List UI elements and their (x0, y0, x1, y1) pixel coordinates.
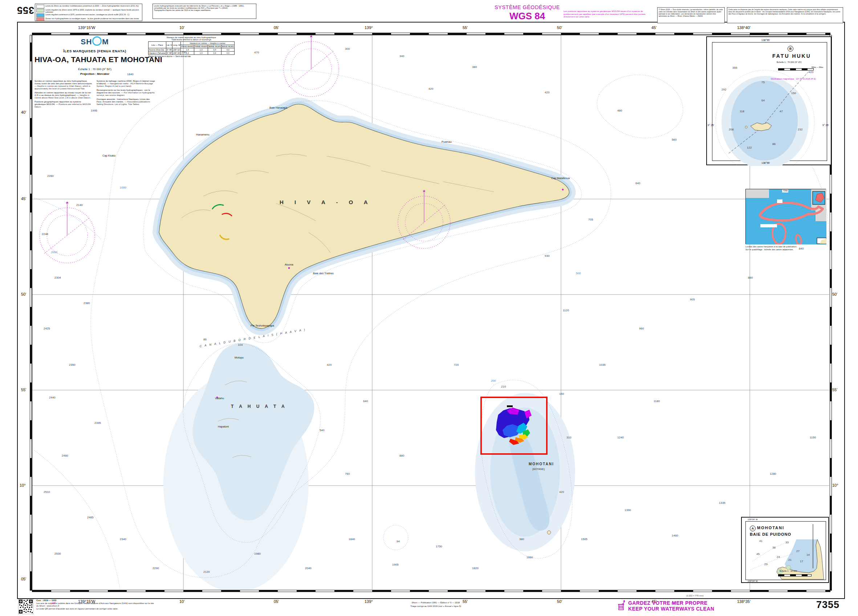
inset-sounding: 232 (798, 128, 802, 131)
graduation-left (30, 35, 32, 591)
locator-caption-line: Limites des cartes françaises à la date … (745, 246, 829, 249)
chart-region: ÎLES MARQUISES (FENUA ENATA) (34, 49, 155, 53)
island-label-mohotani: MOHOTANI (528, 462, 554, 466)
legend-text: Levés du Shom au sondeur multifaisceaux … (45, 5, 139, 7)
tide-caption-en: Tidal levels referred to datum of soundi… (148, 39, 235, 41)
place-name: Cap Matafenua (551, 177, 570, 180)
inset-fatu-lat-left: 9° 25' (708, 123, 714, 127)
inset-sounding: 21 (788, 558, 791, 562)
depth-contour-label: 200 (491, 379, 496, 383)
graduation-bottom (32, 590, 830, 592)
sounding: 2440 (49, 396, 56, 399)
tide-place: Atuona (Hiva-Oa) (149, 48, 166, 51)
correction-line: Corr. : 2019 — 1222 (36, 599, 156, 602)
tide-lat: 9° 58' (166, 51, 173, 55)
sounding: 705 (588, 218, 593, 221)
chart-scale: Échelle 1 : 70 000 (9° 50') (34, 68, 155, 71)
legend-swatch (36, 9, 44, 12)
sounding: 1750 (436, 545, 442, 548)
sounding: 2290 (152, 566, 159, 570)
tide-col-lat: Lat. S (166, 42, 173, 48)
locator-caption-line: Sur le quadrillage : échelle des cartes … (745, 249, 829, 251)
correction-note-block: Corr. : 2019 — 1222 Les avis de correcti… (36, 599, 156, 610)
place-name: Cap Kiukiu (103, 154, 115, 157)
sounding: 1240 (617, 436, 624, 439)
lat-label: 40' (21, 110, 26, 114)
inset-fatu-art (707, 37, 832, 166)
inset-mohotani-title: MOHOTANI (757, 526, 784, 530)
sounding: 560 (672, 138, 676, 141)
tide-value: 0,3 (221, 48, 235, 51)
sounding: 1905 (392, 563, 399, 566)
inset-locator-caption: Limites des cartes françaises à la date … (745, 246, 829, 251)
sounding: 930 (545, 254, 549, 258)
inset-fatu-title: FATU HUKU (772, 53, 811, 59)
sounding: 1980 (254, 552, 261, 555)
geodetic-datum-block: SYSTÈME GÉODÉSIQUE WGS 84 (494, 5, 560, 22)
inset-sounding: 150 (791, 92, 796, 95)
sounding: 2530 (54, 552, 61, 555)
tide-value: 0,4 (208, 48, 221, 51)
copyright-box: © Shom 2018 — Tous droits réservés. La r… (657, 7, 725, 23)
inset-mohotani-subtitle: BAIE DE PUIDONO (750, 532, 791, 537)
note-en: Depths in metres are reduced to Chart Da… (34, 85, 90, 90)
tide-value: 1,3 (194, 48, 208, 51)
survey-extent-red-box (480, 397, 547, 455)
tide-col: BMME MLWN (208, 45, 221, 48)
lon-label: 05' (274, 599, 279, 604)
inset-mohotani-bay: A MOHOTANI BAIE DE PUIDONO Échelle 1 : 1… (741, 517, 829, 583)
sounding: 905 (690, 298, 695, 301)
sounding: 720 (454, 363, 459, 367)
tide-row: Atuona (Hiva-Oa) 9° 48' 139° 02' 1,4 1,3… (149, 48, 235, 51)
lon-label: 138°40' (737, 25, 751, 30)
sounding: 1995 (91, 109, 97, 112)
keep-clean-en: KEEP YOUR WATERWAYS CLEAN (628, 606, 714, 611)
title-block: SHM ÎLES MARQUISES (FENUA ENATA) HIVA-OA… (34, 36, 155, 109)
nautical-chart-sheet: 40' 45' 50' 55' 10° 05' 50' 55' 10° 139°… (0, 0, 858, 616)
correction-line: Le code QR permet d'accéder aux avis en … (36, 608, 156, 611)
legend-row: Zones non hydrographiées ou sondages épa… (36, 17, 141, 21)
legend-row: Levés réguliers antérieurs à 1975, posit… (36, 14, 141, 17)
lon-label: 139° (365, 599, 373, 604)
sounding: 310 (566, 436, 571, 439)
inset-locator: 7355 (745, 189, 826, 244)
publication-block: Shom — Publication 1991 — Édition n° 5 —… (374, 602, 497, 608)
shom-logo-m: M (102, 37, 109, 46)
inset-mohotani-scalebar (778, 574, 811, 576)
tide-place: Hapatoni (Tahuata) (149, 51, 166, 55)
publication-line: Shom — Publication 1991 — Édition n° 5 —… (374, 602, 497, 604)
place-name: Puamau (441, 140, 452, 143)
lon-label: 55' (463, 25, 468, 30)
tide-col: BMVE MLWS (221, 45, 235, 48)
sounding: 150 (559, 392, 564, 395)
tide-heights-header: Hauteurs en mètres — Heights in metres (181, 42, 235, 45)
inset-fatu-scale: Échelle 1 : 70 000 (9° 25') (777, 61, 802, 64)
legend-row: Levés réguliers du Shom entre 1975 et 20… (36, 9, 141, 13)
inset-sounding: 292 (721, 88, 726, 91)
chart-note-pair: Altitudes en mètres rapportées au niveau… (34, 92, 93, 99)
sounding: 1150 (810, 436, 816, 439)
sounding: 1660 (527, 556, 533, 559)
lat-label: 55' (21, 387, 26, 392)
sounding: 2510 (44, 490, 50, 494)
sounding: 2248 (42, 232, 48, 236)
sounding: 210 (501, 385, 506, 388)
sheet-size-note: (1 222 × 770 mm) (686, 594, 704, 597)
sounding: 470 (254, 51, 259, 54)
sounding: 2140 (76, 204, 83, 207)
chart-note-pair: Système de balisage maritime AISM, Régio… (96, 80, 155, 87)
inset-sounding: 17 (800, 560, 803, 563)
sounding: 1390 (625, 509, 631, 512)
note-fr: Sondes en mètres rapportées au zéro hydr… (34, 80, 92, 85)
inset-sounding: 420 (808, 70, 813, 74)
tide-value: 0,4 (208, 51, 221, 55)
inset-sounding: 29 (764, 563, 768, 566)
place-name: Pte Teohotepapapa (250, 324, 274, 327)
inset-fatu-huku: B FATU HUKU Échelle 1 : 70 000 (9° 25') … (706, 36, 832, 165)
inset-sounding: 38 (772, 546, 776, 549)
inset-locator-number: 7355 (782, 190, 788, 193)
tide-col-place: Lieu — Place (149, 42, 166, 48)
sounding: 86 (203, 338, 207, 341)
inset-mohotani-scale: Échelle 1 : 10 000 (780, 570, 797, 573)
sounding: 2304 (54, 276, 61, 279)
